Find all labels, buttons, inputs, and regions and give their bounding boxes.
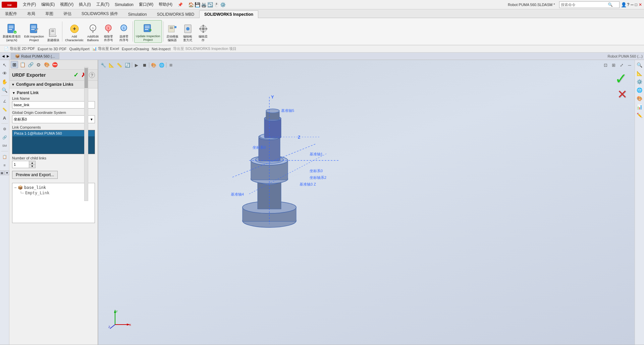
sidebar-pan-tool[interactable]: ✋ [1, 78, 8, 85]
sidebar-view-tool[interactable]: 👁 [1, 70, 8, 77]
tab-assembly[interactable]: 装配件 [0, 9, 22, 18]
launch-template-btn[interactable]: 启动模板编辑器 [165, 20, 180, 43]
toolbar-settings[interactable]: ⚙️ [220, 2, 226, 7]
edit-inspection-method-btn[interactable]: 编辑检查方式 [180, 20, 195, 43]
sidebar-sketch-tool[interactable]: ∠ [1, 97, 8, 105]
menu-pin[interactable]: 📌 [175, 2, 185, 8]
tab-sw-plugins[interactable]: SOLIDWORKS 插件 [76, 9, 123, 18]
preview-export-btn[interactable]: Preview and Export... [12, 171, 58, 179]
right-tool-4[interactable]: 🌐 [636, 86, 643, 94]
search-input[interactable] [561, 3, 608, 7]
panel-tool-3[interactable]: 🔗 [27, 61, 34, 68]
panel-tool-1[interactable]: ⊞ [11, 61, 18, 68]
menu-edit[interactable]: 编辑(E) [39, 1, 57, 8]
right-tool-5[interactable]: 🎨 [636, 95, 643, 102]
export-netinspect[interactable]: Net-Inspect [150, 46, 172, 52]
menu-tools[interactable]: 工具(T) [94, 1, 112, 8]
tab-sw-inspection[interactable]: SOLIDWORKS Inspection [199, 10, 258, 18]
nav-arrow-right[interactable]: ▶ [6, 54, 10, 58]
sidebar-expand-btn[interactable]: ▼ [5, 170, 9, 175]
search-box[interactable]: 🔍 [559, 1, 620, 8]
export-2dpdf[interactable]: 📄 导出至 2D PDF [3, 46, 36, 52]
vp-tool-6[interactable]: ⏹ [141, 61, 148, 69]
maximize-btn[interactable]: □ [635, 2, 637, 7]
right-tool-2[interactable]: 📐 [636, 70, 643, 77]
add-characteristic-btn[interactable]: + AddCharacteristic [64, 20, 85, 43]
sidebar-zoom-tool[interactable]: 🔍 [1, 86, 8, 94]
panel-tool-6[interactable]: ⛔ [51, 61, 58, 68]
child-links-down[interactable]: ▼ [29, 164, 36, 168]
edit-operations-btn[interactable]: 编辑卖作 [196, 20, 211, 43]
vp-tool-4[interactable]: 🔄 [124, 61, 131, 69]
vp-tool-5[interactable]: ▶ [133, 61, 140, 69]
menu-file[interactable]: 文件(F) [20, 1, 39, 8]
close-btn[interactable]: ✕ [639, 2, 642, 7]
menu-window[interactable]: 窗口(W) [136, 1, 156, 8]
vp-tool-2[interactable]: 📐 [108, 61, 115, 69]
vp-tool-3[interactable]: 📏 [116, 61, 123, 69]
export-qualityxpert[interactable]: QualityXpert [68, 46, 91, 52]
export-edrawing[interactable]: Export eDrawing [120, 46, 150, 52]
toolbar-cursor[interactable]: 🖱️ [214, 2, 219, 7]
sidebar-grid-btn[interactable]: ▤ [0, 170, 4, 175]
section-collapse-icon[interactable]: ▼ [11, 83, 15, 86]
vp-minimize[interactable]: ─ [626, 61, 633, 69]
export-sw-inspection[interactable]: 导出至 SOLIDWORKS Inspection 项目 [172, 46, 238, 52]
sidebar-select-tool[interactable]: ↖ [1, 61, 8, 69]
link-components-list[interactable]: Pieza 1-1@Robot PUMA 560 [12, 130, 95, 154]
vp-layout-2[interactable]: ⊞ [610, 61, 617, 69]
doc-tab[interactable]: 📦 Robot PUMA 560 (... [11, 53, 59, 59]
panel-tool-2[interactable]: 📋 [19, 61, 26, 68]
vp-tool-display[interactable]: ⊞ [167, 61, 174, 69]
panel-help-btn[interactable]: ? [89, 72, 95, 78]
tab-sw-mbd[interactable]: SOLIDWORKS MBD [152, 10, 199, 18]
edit-inspection-btn[interactable]: Edit InspectionProject [23, 20, 45, 43]
minimize-btn[interactable]: ─ [631, 2, 634, 7]
tab-sketch[interactable]: 草图 [40, 9, 58, 18]
select-balloons-btn[interactable]: 1 选择零件序号 [116, 20, 131, 43]
new-inspection-btn[interactable]: + 新建检查项目(amp;N) [1, 20, 22, 43]
panel-tool-5[interactable]: 🎨 [43, 61, 50, 68]
menu-help[interactable]: 帮助(H) [156, 1, 175, 8]
link-name-input[interactable] [12, 101, 95, 109]
vp-layout-1[interactable]: ⊡ [602, 61, 609, 69]
menu-view[interactable]: 视图(V) [57, 1, 76, 8]
sidebar-mate-tool[interactable]: 🔗 [1, 134, 8, 141]
export-excel[interactable]: 📊 导出至 Excel [91, 46, 120, 52]
nav-arrow-left[interactable]: ◀ [1, 54, 5, 58]
remove-balloons-btn[interactable]: 1 移除零件序号 [101, 20, 116, 43]
update-inspection-btn[interactable]: Update InspectionProject [134, 20, 162, 43]
sidebar-layer-tool[interactable]: ≡ [1, 161, 8, 169]
sidebar-extra-tool[interactable]: 📋 [1, 153, 8, 160]
help-icon[interactable]: ? [627, 2, 630, 7]
vp-tool-globe[interactable]: 🌐 [158, 61, 165, 69]
tree-root-collapse[interactable]: ─ [14, 186, 16, 190]
search-icon[interactable]: 🔍 [608, 2, 613, 7]
tab-evaluate[interactable]: 评估 [58, 9, 76, 18]
right-tool-7[interactable]: ✏️ [636, 112, 643, 119]
tab-simulation[interactable]: Simulation [123, 10, 152, 18]
toolbar-save[interactable]: 💾 [195, 2, 200, 7]
sidebar-assembly-tool[interactable]: ⚙ [1, 125, 8, 133]
toolbar-home[interactable]: 🏠 [188, 2, 194, 7]
menu-insert[interactable]: 插入(I) [76, 1, 93, 8]
viewport-cancel[interactable]: ✕ [617, 87, 627, 101]
panel-tool-4[interactable]: ⊙ [35, 61, 42, 68]
link-component-item[interactable]: Pieza 1-1@Robot PUMA 560 [12, 130, 95, 136]
sidebar-measure-tool[interactable]: 📏 [1, 106, 8, 113]
child-links-up[interactable]: ▲ [29, 161, 36, 164]
sidebar-smart-tool[interactable]: SM [1, 142, 8, 149]
right-tool-1[interactable]: 🔍 [636, 61, 643, 69]
panel-ok-btn[interactable]: ✓ [73, 71, 78, 79]
new-module-btn[interactable]: 新建模块 [46, 20, 61, 43]
export-3dpdf[interactable]: Export to 3D PDF [36, 46, 68, 52]
toolbar-undo[interactable]: ↩️ [207, 2, 213, 7]
vp-tool-1[interactable]: 🔧 [100, 61, 107, 69]
right-tool-6[interactable]: 📊 [636, 103, 643, 111]
right-tool-3[interactable]: ⚙️ [636, 78, 643, 85]
viewport-checkmark[interactable]: ✓ [615, 70, 627, 87]
sidebar-text-tool[interactable]: A [1, 114, 8, 122]
global-origin-select[interactable]: 坐标系0 ▼ [12, 115, 95, 123]
vp-expand[interactable]: ⤢ [618, 61, 625, 69]
child-links-input[interactable] [12, 161, 29, 168]
